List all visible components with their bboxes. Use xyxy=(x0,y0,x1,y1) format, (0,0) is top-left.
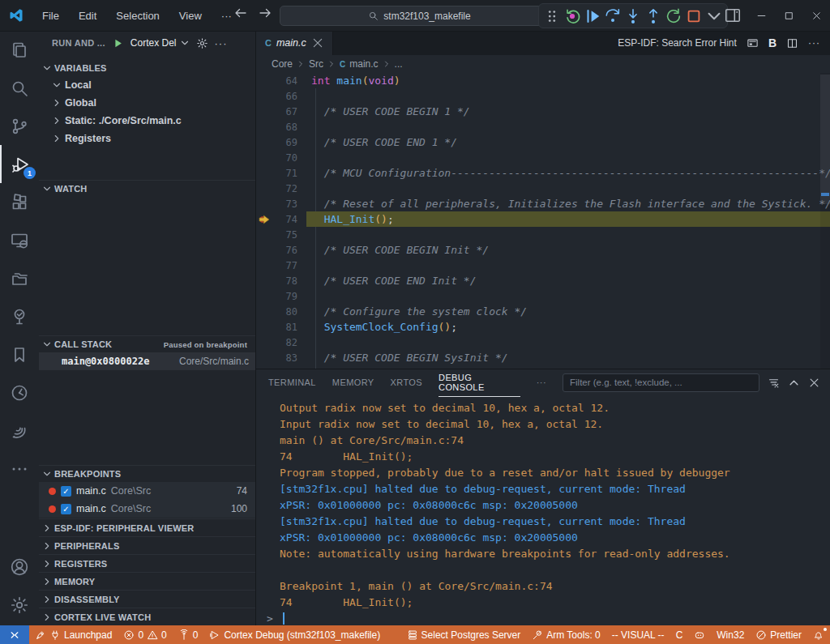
variables-section-header[interactable]: VARIABLES xyxy=(39,60,255,76)
toolbar-drag-handle[interactable] xyxy=(543,7,561,25)
activity-references[interactable] xyxy=(0,373,39,412)
debug-config-dropdown[interactable]: Cortex Del xyxy=(130,37,190,49)
copilot-button[interactable] xyxy=(688,625,711,644)
panel-tab--[interactable]: ··· xyxy=(537,373,546,392)
breakpoints-section-header[interactable]: BREAKPOINTS xyxy=(39,465,255,482)
code-line-83[interactable]: 83 /* USER CODE BEGIN SysInit */ xyxy=(255,350,830,365)
watch-section-header[interactable]: WATCH xyxy=(39,180,255,197)
code-line-77[interactable]: 77 xyxy=(255,258,830,273)
menu-edit[interactable]: Edit xyxy=(71,6,105,25)
settings-button[interactable] xyxy=(0,586,39,624)
variables-item-local[interactable]: Local xyxy=(39,76,255,94)
code-line-73[interactable]: 73 /* Reset of all peripherals, Initiali… xyxy=(255,196,830,211)
breadcrumb-item[interactable]: Src xyxy=(309,58,323,70)
esp-idf-search-error-hint-button[interactable]: ESP-IDF: Search Error Hint xyxy=(618,37,737,49)
section-memory[interactable]: MEMORY xyxy=(39,572,255,590)
step-into-button[interactable] xyxy=(624,7,642,25)
postgres-server-button[interactable]: Select Postgres Server xyxy=(401,625,527,644)
code-line-78[interactable]: 78 /* USER CODE END Init */ xyxy=(255,273,830,288)
debug-console-output[interactable]: Output radix now set to decimal 10, hex … xyxy=(255,400,830,610)
code-area[interactable]: 64int main(void)6667 /* USER CODE BEGIN … xyxy=(255,73,830,369)
activity-source-control[interactable] xyxy=(0,107,39,145)
activity-explorer[interactable] xyxy=(0,31,39,69)
more-actions-icon[interactable]: ··· xyxy=(215,37,228,49)
nav-forward-icon[interactable] xyxy=(258,6,272,20)
code-line-74[interactable]: 74 HAL_Init(); xyxy=(255,211,830,227)
notifications-bell[interactable] xyxy=(807,625,830,644)
stop-button[interactable] xyxy=(685,7,703,25)
menu-file[interactable]: File xyxy=(34,6,67,25)
code-line-66[interactable]: 66 xyxy=(255,88,830,104)
breakpoint-row[interactable]: ✓main.cCore\Src74 xyxy=(39,482,255,500)
section-cortex-live-watch[interactable]: CORTEX LIVE WATCH xyxy=(39,608,255,625)
editor-scrollbar[interactable] xyxy=(820,73,830,369)
split-editor-icon[interactable] xyxy=(786,37,798,49)
activity-run-and-debug[interactable]: 1 xyxy=(0,145,41,183)
menu-view[interactable]: View xyxy=(171,6,210,25)
code-line-68[interactable]: 68 xyxy=(255,119,830,134)
section-disassembly[interactable]: DISASSEMBLY xyxy=(39,590,255,608)
activity-more[interactable] xyxy=(0,450,39,488)
problems-button[interactable]: 00 xyxy=(118,625,172,644)
tab-main-c[interactable]: C main.c xyxy=(255,31,333,55)
code-line-75[interactable]: 75 xyxy=(255,227,830,242)
activity-project-explorer[interactable] xyxy=(0,259,39,297)
section-esp-idf-peripheral-viewer[interactable]: ESP-IDF: PERIPHERAL VIEWER xyxy=(39,518,255,536)
breakpoint-row[interactable]: ✓main.cCore\Src100 xyxy=(39,500,255,518)
menu-selection[interactable]: Selection xyxy=(108,6,167,25)
start-debug-icon[interactable] xyxy=(112,37,124,49)
activity-search[interactable] xyxy=(0,69,39,107)
step-over-button[interactable] xyxy=(604,7,622,25)
code-line-64[interactable]: 64int main(void) xyxy=(255,73,830,88)
call-stack-frame[interactable]: main@0x0800022eCore/Src/main.c xyxy=(39,352,255,370)
panel-close-icon[interactable] xyxy=(808,377,820,389)
arm-tools-button[interactable]: Arm Tools: 0 xyxy=(526,625,605,644)
panel-tab-debug-console[interactable]: DEBUG CONSOLE xyxy=(439,368,520,397)
editor-more-actions-icon[interactable]: ··· xyxy=(808,37,820,49)
serial-monitor-icon[interactable] xyxy=(747,37,759,49)
launchpad-button[interactable]: Launchpad xyxy=(29,625,118,644)
activity-extensions[interactable] xyxy=(0,183,39,221)
code-line-76[interactable]: 76 /* USER CODE BEGIN Init */ xyxy=(255,242,830,258)
panel-tab-xrtos[interactable]: XRTOS xyxy=(391,373,423,392)
prettier-button[interactable]: Prettier xyxy=(750,625,807,644)
platform-indicator[interactable]: Win32 xyxy=(711,625,750,644)
section-registers[interactable]: REGISTERS xyxy=(39,554,255,572)
code-line-67[interactable]: 67 /* USER CODE BEGIN 1 */ xyxy=(255,104,830,119)
continue-button[interactable] xyxy=(584,7,601,25)
activity-bookmarks[interactable] xyxy=(0,335,39,373)
debug-console-input[interactable]: > xyxy=(255,610,830,626)
breakpoint-checkbox[interactable]: ✓ xyxy=(61,504,71,514)
cortex-debug-status[interactable]: Cortex Debug (stm32f103_makefile) xyxy=(203,625,386,644)
console-filter-input[interactable] xyxy=(563,373,759,392)
breakpoint-checkbox[interactable]: ✓ xyxy=(61,486,71,497)
nav-back-icon[interactable] xyxy=(233,6,248,20)
code-line-79[interactable]: 79 xyxy=(255,288,830,304)
restart-button[interactable] xyxy=(665,7,682,25)
serial-ports-button[interactable]: 0 xyxy=(173,625,204,644)
code-line-71[interactable]: 71 /* MCU Configuration-----------------… xyxy=(255,165,830,181)
filter-icon[interactable] xyxy=(768,377,780,389)
close-button[interactable] xyxy=(802,0,830,31)
breadcrumb-item[interactable]: Core xyxy=(272,58,293,70)
variables-item-staticcoresrcmainc[interactable]: Static: ./Core/Src/main.c xyxy=(39,112,255,130)
command-center-search[interactable]: stm32f103_makefile xyxy=(280,6,559,26)
panel-tab-terminal[interactable]: TERMINAL xyxy=(268,373,316,392)
section-peripherals[interactable]: PERIPHERALS xyxy=(39,536,255,554)
maximize-button[interactable] xyxy=(775,0,802,31)
code-line-82[interactable]: 82 xyxy=(255,335,830,350)
activity-esp-idf[interactable] xyxy=(0,412,39,450)
activity-testing[interactable] xyxy=(0,297,39,335)
activity-remote-explorer[interactable] xyxy=(0,221,39,259)
panel-collapse-chevron-icon[interactable] xyxy=(788,377,800,389)
breadcrumb-item[interactable]: main.c xyxy=(349,58,378,70)
stop-options-chevron[interactable] xyxy=(705,7,723,25)
account-button[interactable] xyxy=(0,548,39,586)
customize-layout-icon[interactable] xyxy=(724,6,742,24)
code-line-81[interactable]: 81 SystemClock_Config(); xyxy=(255,319,830,335)
minimize-button[interactable] xyxy=(747,0,775,31)
variables-item-registers[interactable]: Registers xyxy=(39,130,255,147)
code-line-72[interactable]: 72 xyxy=(255,181,830,196)
bold-b-button[interactable]: B xyxy=(768,36,777,49)
panel-tab-memory[interactable]: MEMORY xyxy=(332,373,374,392)
